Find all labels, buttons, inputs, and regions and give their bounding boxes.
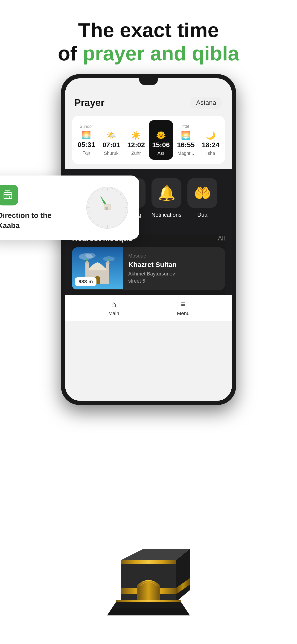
shuruk-name: Shuruk [104,151,118,156]
maghrib-icon: 🌅 [181,131,191,139]
mosque-name: Khazret Sultan [128,261,176,268]
svg-point-7 [86,259,88,261]
svg-point-2 [86,253,96,258]
svg-rect-11 [6,196,10,198]
shuruk-time: 07:01 [102,141,120,149]
shuruk-icon: 🌤️ [106,131,116,139]
isha-time: 18:24 [202,141,220,149]
prayer-item-shuruk[interactable]: 🌤️ 07:01 Shuruk [99,120,123,160]
mosque-all-button[interactable]: All [218,235,225,242]
notifications-icon-wrap: 🔔 [152,178,182,208]
svg-marker-52 [112,602,185,608]
bottom-navigation: ⌂ Main ≡ Menu [65,295,232,321]
dua-label: Dua [197,212,208,218]
headline-line1: The exact time [78,19,219,42]
nav-main[interactable]: ⌂ Main [79,300,148,316]
prayer-item-zuhr[interactable]: ☀️ 12:02 Zuhr [124,120,148,160]
qibla-card-left: Direction to the Kaaba [0,185,52,230]
headline-green: prayer and qibla [83,42,239,65]
feature-notifications[interactable]: 🔔 Notifications [148,178,184,224]
asr-time: 15:06 [152,141,170,149]
mosque-address: Akhmet Baytursunovstreet 5 [128,270,176,285]
isha-name: Isha [206,151,215,156]
prayer-item-asr[interactable]: 🌞 15:06 Asr [149,120,173,160]
svg-rect-8 [106,264,109,284]
fajr-icon: 🌅 [82,132,91,139]
prayer-item-fajr[interactable]: Suhoor 🌅 05:31 Fajr [74,120,98,160]
mosque-image: 983 m [72,247,123,289]
svg-rect-42 [106,206,108,210]
qibla-card-text: Direction to the Kaaba [0,210,52,230]
city-badge[interactable]: Astana [190,97,223,109]
iftar-label: Iftar [182,124,189,130]
app-title: Prayer [74,97,104,108]
maghrib-time: 16:55 [177,141,195,149]
qibla-floating-card: Direction to the Kaaba [0,176,139,240]
headline: The exact time of prayer and qibla [14,18,283,65]
home-icon: ⌂ [111,300,116,309]
maghrib-name: Maghr... [178,151,194,156]
prayer-item-maghrib[interactable]: Iftar 🌅 16:55 Maghr... [174,120,198,160]
mosque-distance: 983 m [75,277,96,286]
qibla-title-line2: Kaaba [0,221,20,230]
nav-main-label: Main [108,310,119,316]
zuhr-name: Zuhr [131,151,141,156]
mosque-info: Mosque Khazret Sultan Akhmet Baytursunov… [123,247,182,290]
compass-widget [86,186,129,230]
mosque-type: Mosque [128,253,176,259]
notch [139,78,158,85]
kaaba-3d-decoration [102,532,194,621]
isha-icon: 🌙 [206,131,216,139]
qibla-icon-box [0,185,18,206]
zuhr-time: 12:02 [127,141,145,149]
suhoor-label: Suhoor [80,124,93,130]
dua-icon-wrap: 🤲 [188,178,217,208]
asr-icon: 🌞 [156,131,166,139]
svg-marker-53 [107,608,190,616]
compass-svg [86,186,129,230]
svg-point-9 [107,259,109,261]
fajr-name: Fajr [82,150,90,156]
feature-dua[interactable]: 🤲 Dua [184,178,220,224]
qibla-title-line1: Direction to the [0,211,52,220]
headline-of: of [58,42,83,65]
kaaba-3d-svg [102,532,194,620]
prayer-header: Prayer Astana [65,90,232,113]
mosque-card[interactable]: 983 m Mosque Khazret Sultan Akhmet Baytu… [72,247,225,290]
mosque-section: Nearest Mosque All [72,234,225,295]
prayer-item-isha[interactable]: 🌙 18:24 Isha [199,120,223,160]
nav-menu[interactable]: ≡ Menu [148,300,218,316]
header-section: The exact time of prayer and qibla [0,0,297,74]
fajr-time: 05:31 [78,141,95,148]
svg-rect-49 [121,560,176,564]
zuhr-icon: ☀️ [131,131,141,139]
asr-name: Asr [158,151,164,156]
menu-icon: ≡ [181,300,186,309]
notifications-label: Notifications [152,212,182,218]
svg-point-3 [103,256,115,262]
svg-marker-54 [116,600,181,602]
kaaba-icon [2,189,14,201]
prayer-times-card: Suhoor 🌅 05:31 Fajr 🌤️ 07:01 Shuruk [72,116,225,164]
nav-menu-label: Menu [177,310,190,316]
